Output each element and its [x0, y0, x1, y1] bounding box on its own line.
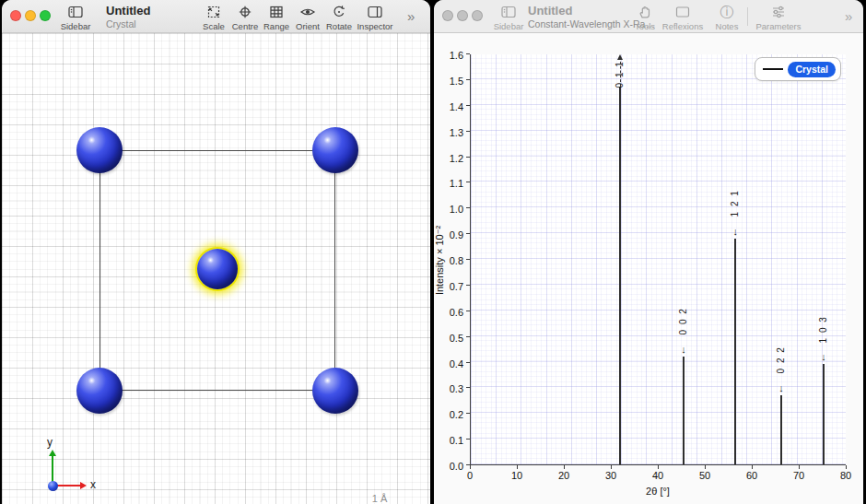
toolbar-separator: [747, 7, 748, 26]
peak-line: [683, 357, 685, 464]
crystal-window: Sidebar Untitled Crystal Scale Centre Ra…: [2, 0, 430, 504]
x-tick-label: 20: [550, 470, 578, 481]
atom[interactable]: [312, 127, 358, 173]
x-tick-mark: [799, 465, 800, 469]
parameters-button[interactable]: Parameters: [751, 4, 806, 31]
x-tick-mark: [658, 465, 659, 469]
y-tick-label: 1.0: [436, 204, 463, 215]
peak-line: [780, 395, 782, 464]
x-tick-mark: [470, 465, 471, 469]
parameters-button-label: Parameters: [751, 21, 806, 31]
legend[interactable]: Crystal: [755, 57, 841, 81]
x-tick-label: 60: [738, 470, 766, 481]
window-title: Untitled Crystal: [106, 5, 150, 29]
inspector-button-label: Inspector: [349, 21, 401, 31]
peak-arrow-down: ↓: [817, 351, 830, 362]
peak-line: [734, 239, 736, 464]
y-tick-label: 0.4: [436, 358, 463, 369]
peak-hkl-label: 0 0 2: [677, 300, 690, 343]
peak-arrow-down: ↓: [729, 226, 742, 237]
crystal-viewport[interactable]: y x 1 Å: [2, 33, 430, 504]
y-axis-ticks: 0.00.10.20.30.40.50.60.70.80.91.01.11.21…: [434, 54, 470, 465]
peak-hkl-text: 0 0 2: [679, 308, 689, 335]
diffraction-window: Sidebar Untitled Constant-Wavelength X-R…: [434, 0, 863, 504]
minimize-button[interactable]: [457, 10, 468, 21]
x-tick-mark: [752, 465, 753, 469]
x-tick-label: 70: [785, 470, 813, 481]
panel-left-icon: [50, 4, 101, 20]
y-tick-label: 1.3: [436, 127, 463, 138]
x-tick-mark: [611, 465, 612, 469]
close-button[interactable]: [10, 10, 21, 21]
info-circle-icon: ⓘ: [701, 4, 753, 20]
origin-atom-dot: [48, 481, 58, 491]
y-tick-label: 1.6: [436, 50, 463, 61]
y-tick-label: 1.4: [436, 101, 463, 112]
sidebar-button-label: Sidebar: [50, 21, 101, 31]
y-tick-label: 0.3: [436, 383, 463, 394]
legend-line-swatch: [763, 68, 783, 70]
inspector-button[interactable]: Inspector: [349, 4, 401, 31]
plot-area[interactable]: Crystal 0 1 1↓0 0 2↓1 2 1↓0 2 2↓1 0 3: [470, 54, 846, 465]
y-tick-label: 0.2: [436, 409, 463, 420]
x-tick-label: 50: [691, 470, 719, 481]
y-tick-label: 0.5: [436, 333, 463, 344]
diffraction-plot-view[interactable]: Intensity × 10⁻² 0.00.10.20.30.40.50.60.…: [434, 33, 863, 504]
peak-arrow-down: ↓: [677, 344, 690, 355]
x-tick-mark: [846, 465, 847, 469]
y-tick-label: 0.6: [436, 307, 463, 318]
atom[interactable]: [76, 368, 123, 414]
legend-series-pill: Crystal: [788, 62, 836, 77]
panel-left-icon: [483, 4, 534, 20]
zoom-button[interactable]: [472, 10, 483, 21]
y-tick-label: 0.7: [436, 281, 463, 292]
atom[interactable]: [312, 368, 358, 414]
peak-hkl-label: 1 0 3: [817, 308, 830, 350]
x-tick-mark: [517, 465, 518, 469]
peak-hkl-text: 1 2 1: [731, 190, 741, 217]
minimize-button[interactable]: [25, 10, 36, 21]
window-subtitle-text: Crystal: [106, 18, 150, 29]
y-tick-label: 0.8: [436, 255, 463, 266]
x-tick-label: 40: [644, 470, 672, 481]
sidebar-button[interactable]: Sidebar: [50, 4, 101, 31]
sliders-icon: [751, 4, 806, 20]
crystal-titlebar: Sidebar Untitled Crystal Scale Centre Ra…: [2, 0, 430, 33]
peak-hkl-label: 0 1 1: [614, 57, 626, 90]
x-tick-mark: [705, 465, 706, 469]
peak-hkl-text: 0 1 1: [615, 60, 626, 88]
peak-hkl-text: 0 2 2: [777, 346, 787, 374]
notes-button-label: Notes: [701, 21, 753, 31]
window-title-text: Untitled: [106, 5, 150, 18]
atom[interactable]: [76, 127, 123, 173]
peak-hkl-label: 1 2 1: [729, 182, 742, 225]
sidebar-button-label: Sidebar: [483, 21, 534, 31]
peak-hkl-text: 1 0 3: [819, 315, 829, 343]
peak-hkl-label: 0 2 2: [775, 339, 788, 381]
x-tick-label: 30: [597, 470, 625, 481]
y-tick-label: 0.1: [436, 435, 463, 446]
x-axis-title: 2θ [°]: [470, 486, 846, 497]
toolbar-overflow-button[interactable]: »: [407, 8, 415, 24]
notes-button[interactable]: ⓘ Notes: [701, 4, 753, 31]
x-tick-label: 80: [832, 470, 860, 481]
peak-line: [823, 364, 825, 464]
sidebar-button[interactable]: Sidebar: [483, 4, 534, 31]
scale-bar-label: 1 Å: [363, 493, 396, 504]
diffraction-titlebar: Sidebar Untitled Constant-Wavelength X-R…: [434, 0, 863, 33]
atom-selected[interactable]: [197, 249, 238, 289]
x-tick-label: 10: [503, 470, 531, 481]
close-button[interactable]: [442, 10, 453, 21]
y-tick-label: 1.5: [436, 76, 463, 87]
panel-right-icon: [349, 4, 401, 20]
y-tick-label: 0.9: [436, 229, 463, 240]
toolbar-overflow-button[interactable]: »: [845, 8, 852, 24]
peak-arrow-down: ↓: [775, 382, 788, 393]
y-tick-label: 1.1: [436, 178, 463, 189]
y-tick-label: 1.2: [436, 153, 463, 164]
x-tick-label: 0: [456, 470, 484, 481]
peak-line: [619, 87, 621, 464]
x-tick-mark: [564, 465, 565, 469]
x-axis-label: x: [90, 478, 96, 491]
